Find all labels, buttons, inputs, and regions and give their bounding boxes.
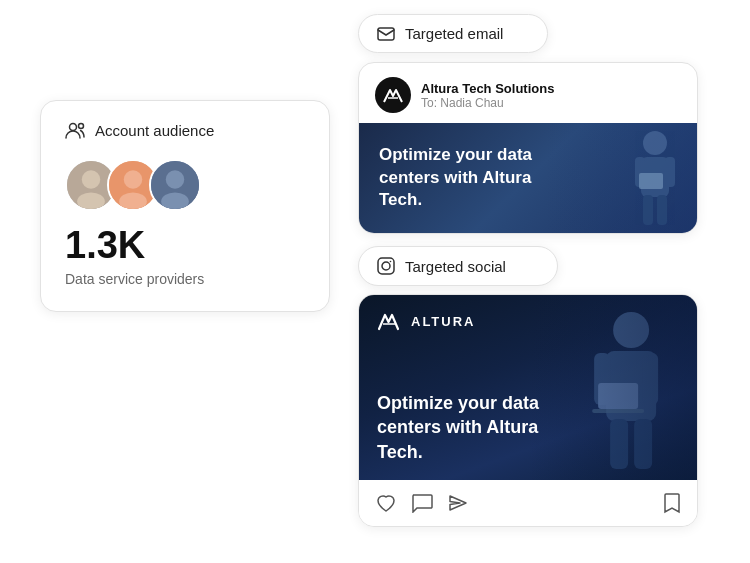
email-image-block: Optimize your data centers with Altura T… xyxy=(359,123,697,233)
altura-social-logo-icon xyxy=(377,311,403,331)
svg-point-0 xyxy=(70,124,77,131)
svg-rect-18 xyxy=(639,173,663,189)
social-image-block: ALTURA Optimize your data centers with A… xyxy=(359,295,697,480)
svg-point-21 xyxy=(390,261,392,263)
targeted-social-pill: Targeted social xyxy=(358,246,558,286)
share-icon[interactable] xyxy=(447,493,469,513)
avatar xyxy=(149,159,201,211)
svg-rect-19 xyxy=(378,258,394,274)
svg-point-1 xyxy=(79,124,84,129)
svg-rect-15 xyxy=(665,157,675,187)
svg-point-20 xyxy=(382,262,390,270)
svg-rect-17 xyxy=(657,195,667,225)
social-actions-bar xyxy=(359,480,697,526)
bookmark-icon[interactable] xyxy=(663,492,681,514)
audience-icon xyxy=(65,121,87,139)
svg-point-12 xyxy=(643,131,667,155)
social-post-card: ALTURA Optimize your data centers with A… xyxy=(358,294,698,527)
targeted-email-pill: Targeted email xyxy=(358,14,548,53)
avatar-group xyxy=(65,159,305,211)
social-image-gradient xyxy=(528,295,697,480)
account-audience-card: Account audience 1.3K Data servi xyxy=(40,100,330,312)
email-card: Altura Tech Solutions To: Nadia Chau Opt… xyxy=(358,62,698,234)
email-sender-info: Altura Tech Solutions To: Nadia Chau xyxy=(421,81,554,110)
comment-icon[interactable] xyxy=(411,493,433,513)
altura-logo-icon xyxy=(382,84,404,106)
svg-point-9 xyxy=(166,170,184,188)
person-silhouette-icon xyxy=(605,123,685,233)
svg-point-6 xyxy=(124,170,142,188)
email-header: Altura Tech Solutions To: Nadia Chau xyxy=(359,63,697,123)
metric-label: Data service providers xyxy=(65,271,305,287)
social-action-group xyxy=(375,493,469,513)
svg-rect-11 xyxy=(378,28,394,40)
instagram-icon xyxy=(377,257,395,275)
brand-logo xyxy=(375,77,411,113)
metric-number: 1.3K xyxy=(65,225,305,267)
heart-icon[interactable] xyxy=(375,493,397,513)
account-audience-label: Account audience xyxy=(65,121,305,139)
email-body-text: Optimize your data centers with Altura T… xyxy=(379,144,558,213)
svg-rect-16 xyxy=(643,195,653,225)
svg-point-3 xyxy=(82,170,100,188)
email-icon xyxy=(377,27,395,41)
